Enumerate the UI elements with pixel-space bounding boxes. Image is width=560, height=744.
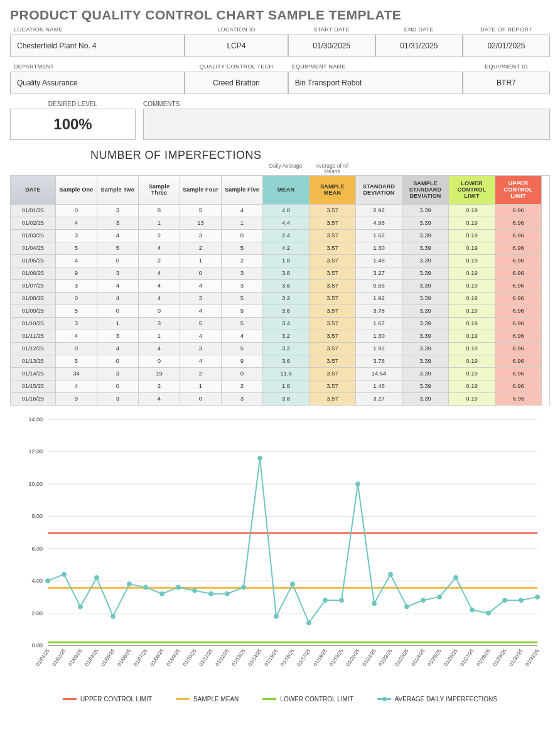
table-cell[interactable]: 3: [97, 330, 139, 343]
table-cell[interactable]: 0.19: [449, 393, 495, 406]
table-cell[interactable]: 01/16/25: [11, 393, 56, 406]
table-cell[interactable]: 3: [97, 368, 139, 380]
table-cell[interactable]: 3.57: [310, 380, 356, 393]
table-cell[interactable]: 1.52: [356, 230, 402, 242]
table-cell[interactable]: 11.6: [263, 368, 310, 380]
table-cell[interactable]: 4.98: [356, 217, 402, 230]
table-cell[interactable]: 3.78: [356, 355, 402, 368]
table-cell[interactable]: 01/05/25: [11, 255, 56, 267]
table-cell[interactable]: 6.96: [495, 318, 542, 330]
table-cell[interactable]: 0: [139, 355, 180, 368]
table-cell[interactable]: 3.27: [356, 267, 402, 280]
table-cell[interactable]: 3.39: [402, 242, 449, 255]
table-cell[interactable]: 6.96: [495, 305, 542, 318]
table-cell[interactable]: 4: [97, 293, 139, 305]
table-cell[interactable]: 3.57: [310, 305, 356, 318]
table-cell[interactable]: 1.67: [356, 318, 402, 330]
table-cell[interactable]: 0.19: [449, 305, 495, 318]
table-cell[interactable]: 0.55: [356, 280, 402, 293]
table-cell[interactable]: 6.96: [495, 393, 542, 406]
table-cell[interactable]: 6.96: [495, 230, 542, 242]
table-cell[interactable]: 3.39: [402, 393, 449, 406]
table-cell[interactable]: 3.39: [402, 267, 449, 280]
table-cell[interactable]: 9: [56, 393, 97, 406]
table-cell[interactable]: 3.39: [402, 305, 449, 318]
table-cell[interactable]: 3: [56, 318, 97, 330]
table-cell[interactable]: 2.4: [263, 230, 310, 242]
table-cell[interactable]: 0: [97, 305, 139, 318]
table-cell[interactable]: 5: [56, 305, 97, 318]
table-cell[interactable]: 01/11/25: [11, 330, 56, 343]
table-cell[interactable]: 3.57: [310, 280, 356, 293]
table-cell[interactable]: 0: [56, 293, 97, 305]
table-cell[interactable]: 3.39: [402, 205, 449, 217]
table-cell[interactable]: 4: [139, 343, 180, 355]
table-cell[interactable]: 6.96: [495, 293, 542, 305]
table-cell[interactable]: 0.19: [449, 267, 495, 280]
table-cell[interactable]: 0: [56, 343, 97, 355]
table-cell[interactable]: 3.39: [402, 318, 449, 330]
table-cell[interactable]: 3: [56, 280, 97, 293]
table-cell[interactable]: 3.57: [310, 330, 356, 343]
table-cell[interactable]: 3.57: [310, 205, 356, 217]
table-cell[interactable]: 2: [180, 368, 222, 380]
table-cell[interactable]: 8: [139, 205, 180, 217]
table-cell[interactable]: 6.96: [495, 368, 542, 380]
table-cell[interactable]: 1.30: [356, 330, 402, 343]
table-cell[interactable]: 3.27: [356, 393, 402, 406]
table-cell[interactable]: 4: [139, 267, 180, 280]
table-cell[interactable]: 3.57: [310, 393, 356, 406]
table-cell[interactable]: 0.19: [449, 355, 495, 368]
table-cell[interactable]: 0.19: [449, 255, 495, 267]
table-cell[interactable]: 1: [222, 217, 263, 230]
table-cell[interactable]: 0: [97, 255, 139, 267]
table-cell[interactable]: 6.96: [495, 280, 542, 293]
val-date-report[interactable]: 02/01/2025: [463, 35, 550, 57]
table-cell[interactable]: 4: [97, 230, 139, 242]
table-cell[interactable]: 01/08/25: [11, 293, 56, 305]
table-cell[interactable]: 4.4: [263, 217, 310, 230]
table-cell[interactable]: 3.39: [402, 368, 449, 380]
table-cell[interactable]: 1: [180, 255, 222, 267]
table-cell[interactable]: 3: [180, 343, 222, 355]
table-cell[interactable]: 3.39: [402, 280, 449, 293]
val-department[interactable]: Quality Assurance: [10, 72, 185, 94]
table-cell[interactable]: 6.96: [495, 242, 542, 255]
table-cell[interactable]: 0.19: [449, 368, 495, 380]
table-cell[interactable]: 2: [139, 230, 180, 242]
table-cell[interactable]: 5: [180, 318, 222, 330]
table-cell[interactable]: 0.19: [449, 280, 495, 293]
table-cell[interactable]: 3.6: [263, 355, 310, 368]
table-cell[interactable]: 01/14/25: [11, 368, 56, 380]
table-cell[interactable]: 3: [139, 318, 180, 330]
table-cell[interactable]: 3: [222, 280, 263, 293]
table-cell[interactable]: 3.39: [402, 293, 449, 305]
table-cell[interactable]: 3.78: [356, 305, 402, 318]
table-cell[interactable]: 4: [139, 242, 180, 255]
table-cell[interactable]: 3.2: [263, 293, 310, 305]
table-cell[interactable]: 0: [180, 267, 222, 280]
table-cell[interactable]: 01/04/25: [11, 242, 56, 255]
table-cell[interactable]: 01/06/25: [11, 267, 56, 280]
table-cell[interactable]: 3.57: [310, 255, 356, 267]
table-cell[interactable]: 3.57: [310, 343, 356, 355]
table-cell[interactable]: 0.19: [449, 343, 495, 355]
table-cell[interactable]: 3.57: [310, 217, 356, 230]
table-cell[interactable]: 14.64: [356, 368, 402, 380]
table-cell[interactable]: 0.19: [449, 318, 495, 330]
table-cell[interactable]: 0.19: [449, 242, 495, 255]
table-cell[interactable]: 01/03/25: [11, 230, 56, 242]
table-cell[interactable]: 2: [139, 255, 180, 267]
table-cell[interactable]: 13: [180, 217, 222, 230]
val-equip-id[interactable]: BTR7: [463, 72, 550, 94]
table-cell[interactable]: 19: [139, 368, 180, 380]
table-cell[interactable]: 4: [139, 293, 180, 305]
table-cell[interactable]: 3.57: [310, 318, 356, 330]
table-cell[interactable]: 4: [180, 355, 222, 368]
table-cell[interactable]: 4: [97, 280, 139, 293]
table-cell[interactable]: 0.19: [449, 230, 495, 242]
table-cell[interactable]: 01/01/25: [11, 205, 56, 217]
table-cell[interactable]: 1: [180, 380, 222, 393]
table-cell[interactable]: 3.2: [263, 343, 310, 355]
table-cell[interactable]: 0.19: [449, 205, 495, 217]
